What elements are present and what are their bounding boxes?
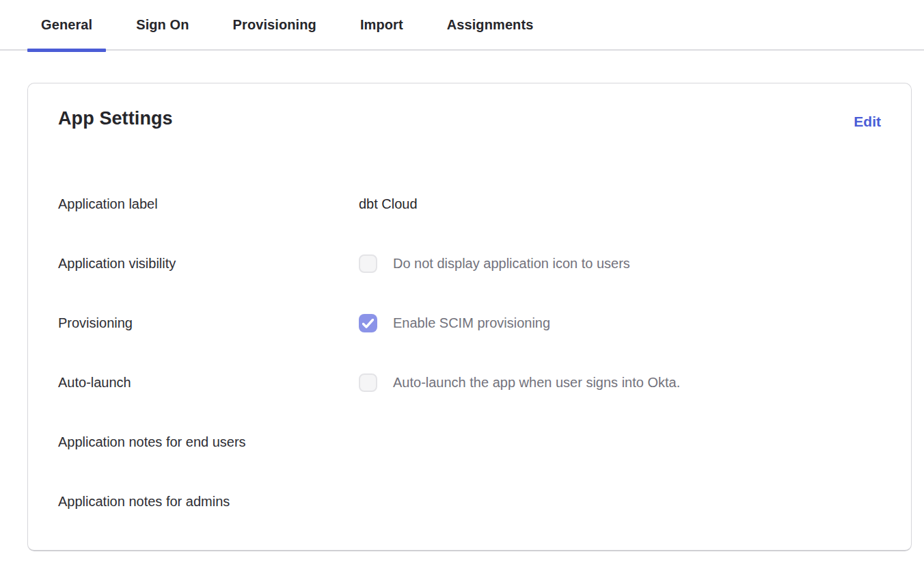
tab-label: Provisioning	[233, 17, 316, 33]
tab-label: General	[41, 17, 92, 33]
tab-label: Assignments	[447, 17, 534, 33]
tab-sign-on[interactable]: Sign On	[122, 0, 202, 50]
checkbox-label: Enable SCIM provisioning	[393, 315, 550, 331]
row-label: Application notes for admins	[58, 494, 359, 510]
tab-import[interactable]: Import	[346, 0, 417, 50]
app-settings-card: App Settings Edit Application label dbt …	[27, 83, 912, 551]
row-label: Application label	[58, 196, 359, 212]
settings-row: Application visibility Do not display ap…	[58, 234, 881, 293]
tab-label: Sign On	[136, 17, 189, 33]
checkbox-application-visibility[interactable]	[359, 254, 377, 273]
row-content: Enable SCIM provisioning	[359, 314, 550, 332]
row-label: Application notes for end users	[58, 434, 359, 450]
row-label: Provisioning	[58, 315, 359, 331]
checkbox-wrap: Enable SCIM provisioning	[359, 314, 550, 332]
row-content: Do not display application icon to users	[359, 254, 630, 273]
checkmark-icon	[362, 319, 374, 328]
settings-rows: Application label dbt Cloud Application …	[58, 174, 881, 531]
settings-row: Application notes for end users	[58, 412, 881, 472]
checkbox-auto-launch[interactable]	[359, 373, 377, 392]
tab-bar: General Sign On Provisioning Import Assi…	[0, 0, 924, 51]
settings-row: Application notes for admins	[58, 472, 881, 531]
checkbox-label: Do not display application icon to users	[393, 256, 630, 272]
tab-label: Import	[360, 17, 403, 33]
checkbox-provisioning[interactable]	[359, 314, 377, 332]
checkbox-wrap: Do not display application icon to users	[359, 254, 630, 273]
checkbox-label: Auto-launch the app when user signs into…	[393, 375, 680, 391]
card-title: App Settings	[58, 108, 173, 129]
row-label: Auto-launch	[58, 375, 359, 391]
settings-row: Application label dbt Cloud	[58, 174, 881, 234]
tab-assignments[interactable]: Assignments	[433, 0, 547, 50]
card-header: App Settings Edit	[58, 108, 881, 135]
edit-link[interactable]: Edit	[854, 108, 881, 135]
tab-provisioning[interactable]: Provisioning	[219, 0, 330, 50]
settings-row: Auto-launch Auto-launch the app when use…	[58, 353, 881, 412]
checkbox-wrap: Auto-launch the app when user signs into…	[359, 373, 680, 392]
row-content: Auto-launch the app when user signs into…	[359, 373, 680, 392]
settings-row: Provisioning Enable SCIM provisioning	[58, 293, 881, 353]
row-value: dbt Cloud	[359, 196, 418, 212]
row-label: Application visibility	[58, 256, 359, 272]
tab-general[interactable]: General	[27, 0, 106, 50]
